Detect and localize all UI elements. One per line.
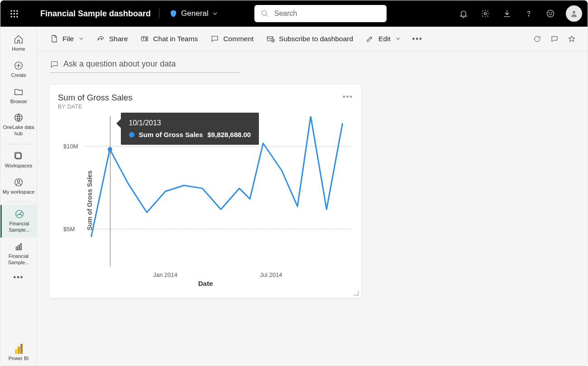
svg-point-22 — [17, 180, 20, 182]
toolbar: File Share Chat in Teams Comment Subscri… — [37, 27, 588, 51]
search-wrapper — [254, 5, 387, 22]
x-axis-label: Date — [198, 280, 213, 287]
edit-menu[interactable]: Edit — [361, 32, 405, 46]
svg-point-5 — [16, 13, 18, 14]
left-nav: Home Create Browse OneLake data hub Work… — [0, 27, 37, 366]
chart-area: Sum of Gross Sales Date $10M $5M Jan 201… — [61, 116, 350, 285]
svg-point-28 — [147, 37, 148, 38]
nav-divider — [6, 202, 31, 202]
top-bar: Financial Sample dashboard General — [0, 0, 588, 27]
svg-point-14 — [549, 13, 550, 13]
search-icon — [261, 10, 269, 18]
series-dot-icon — [129, 132, 134, 138]
notifications-icon[interactable] — [453, 3, 474, 24]
svg-point-4 — [13, 13, 14, 14]
x-tick: Jan 2014 — [153, 271, 177, 278]
qna-input[interactable]: Ask a question about your data — [50, 59, 239, 73]
tile-title: Sum of Gross Sales — [58, 93, 353, 103]
tooltip-series-label: Sum of Gross Sales — [139, 131, 203, 138]
nav-workspaces[interactable]: Workspaces — [0, 147, 37, 173]
nav-create[interactable]: Create — [0, 57, 37, 83]
account-avatar[interactable] — [566, 5, 582, 22]
svg-point-9 — [262, 10, 267, 15]
nav-item-report[interactable]: Financial Sample... — [0, 238, 37, 270]
favorite-icon[interactable] — [564, 31, 579, 47]
share-button[interactable]: Share — [92, 32, 132, 46]
toolbar-more[interactable]: ••• — [409, 32, 426, 46]
tile-gross-sales[interactable]: Sum of Gross Sales BY DATE ••• Sum of Gr… — [50, 85, 361, 298]
tile-more-icon[interactable]: ••• — [343, 93, 353, 101]
svg-point-6 — [10, 16, 12, 17]
y-tick: $5M — [63, 226, 75, 233]
svg-point-15 — [551, 13, 552, 13]
nav-home[interactable]: Home — [0, 30, 37, 57]
svg-point-2 — [16, 10, 18, 11]
subscribe-button[interactable]: Subscribe to dashboard — [262, 32, 358, 46]
comment-button[interactable]: Comment — [206, 32, 258, 46]
nav-item-dashboard[interactable]: Financial Sample... — [0, 205, 37, 238]
settings-icon[interactable] — [474, 3, 496, 24]
resize-handle[interactable] — [353, 290, 359, 295]
help-icon[interactable] — [518, 3, 540, 24]
download-icon[interactable] — [496, 3, 518, 24]
y-tick: $10M — [63, 143, 78, 150]
svg-point-7 — [13, 16, 14, 17]
sensitivity-label: General — [181, 9, 208, 18]
chevron-down-icon — [396, 36, 401, 41]
svg-point-11 — [484, 13, 486, 15]
powerbi-brand[interactable]: Power BI — [0, 344, 37, 361]
app-launcher-icon[interactable] — [6, 5, 22, 22]
main-content: File Share Chat in Teams Comment Subscri… — [37, 27, 588, 366]
chevron-down-icon — [79, 36, 84, 41]
topbar-actions — [453, 3, 582, 24]
svg-point-16 — [573, 11, 575, 14]
tooltip-value: $9,828,688.00 — [207, 131, 251, 138]
dashboard-title: Financial Sample dashboard — [40, 9, 151, 19]
comment-icon — [50, 60, 59, 69]
hover-point — [108, 147, 112, 152]
svg-rect-26 — [20, 243, 22, 250]
svg-point-0 — [10, 10, 12, 11]
svg-point-8 — [16, 16, 18, 17]
nav-browse[interactable]: Browse — [0, 83, 37, 109]
nav-more[interactable]: ••• — [0, 270, 37, 285]
chat-teams-button[interactable]: Chat in Teams — [136, 32, 202, 46]
file-menu[interactable]: File — [45, 32, 88, 46]
feedback-icon[interactable] — [540, 3, 561, 24]
chart-tooltip: 10/1/2013 Sum of Gross Sales $9,828,688.… — [121, 113, 259, 145]
svg-point-12 — [528, 15, 529, 16]
svg-rect-24 — [16, 247, 18, 250]
chevron-down-icon — [212, 11, 218, 16]
search-input[interactable] — [254, 5, 387, 22]
nav-my-workspace[interactable]: My workspace — [0, 173, 37, 200]
plot-region: $10M $5M Jan 2014 Jul 2014 10/1/2013 Sum… — [86, 116, 350, 266]
nav-onelake[interactable]: OneLake data hub — [0, 109, 37, 141]
refresh-icon[interactable] — [530, 31, 545, 47]
tile-subtitle: BY DATE — [58, 104, 353, 110]
svg-point-18 — [15, 114, 23, 122]
x-tick: Jul 2014 — [260, 271, 282, 278]
svg-rect-25 — [18, 245, 19, 250]
nav-divider — [6, 144, 31, 144]
svg-point-13 — [547, 10, 554, 17]
divider — [159, 9, 159, 19]
sensitivity-dropdown[interactable]: General — [166, 7, 221, 20]
tooltip-date: 10/1/2013 — [129, 119, 251, 127]
svg-line-10 — [266, 14, 268, 17]
svg-point-3 — [10, 13, 12, 14]
comments-pane-icon[interactable] — [547, 31, 562, 47]
svg-point-31 — [108, 147, 112, 152]
svg-point-1 — [13, 10, 14, 11]
shield-icon — [169, 10, 177, 18]
